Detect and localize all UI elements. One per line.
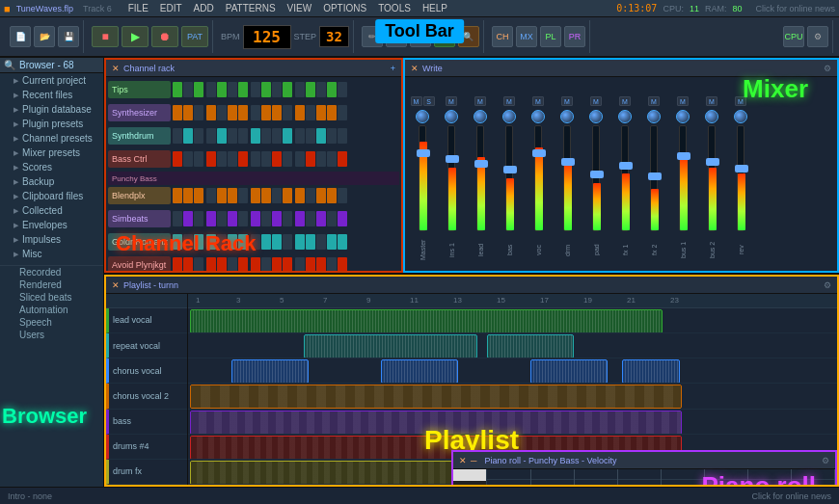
b7-8[interactable]	[261, 257, 271, 271]
channel-name-3[interactable]: Bass Ctrl	[108, 150, 171, 168]
record-button[interactable]: ⏺	[151, 26, 178, 47]
b2-3[interactable]	[206, 128, 216, 144]
channel-name-7[interactable]: Avoid Plynjkgt	[108, 256, 171, 271]
b5-10[interactable]	[283, 211, 292, 226]
b4-4[interactable]	[217, 188, 227, 203]
b1-2[interactable]	[194, 105, 203, 120]
menu-add[interactable]: ADD	[191, 3, 217, 13]
menu-file[interactable]: FILE	[125, 3, 151, 13]
b4-9[interactable]	[272, 188, 282, 203]
b7-3[interactable]	[206, 257, 216, 271]
channel-name-0[interactable]: Tips	[108, 81, 171, 98]
b1-15[interactable]	[338, 105, 347, 120]
channel-name-4[interactable]: Blendplx	[108, 187, 171, 204]
browser-item-impulses[interactable]: Impulses	[0, 232, 103, 247]
piano-roll-settings[interactable]: ⚙	[822, 456, 829, 465]
beat-0-7[interactable]	[251, 82, 260, 97]
beat-0-5[interactable]	[228, 82, 237, 97]
mixer-ch6-mute[interactable]: M	[590, 96, 602, 106]
browser-sub-automation[interactable]: Automation	[0, 304, 103, 316]
browser-sub-rendered[interactable]: Rendered	[0, 279, 103, 291]
browser-item-misc[interactable]: Misc	[0, 247, 103, 261]
beat-0-0[interactable]	[173, 82, 182, 97]
beat-0-8[interactable]	[261, 82, 271, 97]
track-name-2[interactable]: chorus vocal	[106, 358, 187, 384]
clip-lead-vocal-main[interactable]	[190, 309, 663, 333]
b2-11[interactable]	[295, 128, 305, 144]
b2-2[interactable]	[194, 128, 203, 144]
mixer-master-solo[interactable]: S	[423, 96, 435, 106]
b3-14[interactable]	[327, 151, 337, 167]
track-row-1[interactable]	[188, 333, 837, 358]
mixer-ch9-mute[interactable]: M	[677, 96, 689, 106]
mixer-ch4-fader[interactable]	[532, 149, 546, 157]
b5-2[interactable]	[194, 211, 203, 226]
clip-repeat-2[interactable]	[487, 334, 574, 358]
b1-12[interactable]	[306, 105, 315, 120]
browser-item-recent[interactable]: Recent files	[0, 88, 103, 102]
menu-options[interactable]: OPTIONS	[320, 3, 369, 13]
mixer-ch6-fader[interactable]	[590, 171, 604, 178]
mixer-master-pan[interactable]	[416, 110, 429, 123]
b4-2[interactable]	[194, 188, 203, 203]
beat-0-14[interactable]	[327, 82, 337, 97]
menu-edit[interactable]: EDIT	[157, 3, 185, 13]
mixer-ch8-fader[interactable]	[648, 172, 662, 180]
mixer-ch8-pan[interactable]	[647, 110, 661, 123]
mixer-ch10-fader[interactable]	[706, 158, 719, 166]
channel-rack-toggle[interactable]: CH	[492, 26, 513, 47]
b5-15[interactable]	[338, 211, 347, 226]
mixer-ch9-pan[interactable]	[676, 110, 690, 123]
b2-1[interactable]	[183, 128, 193, 144]
clip-chorus-4[interactable]	[622, 359, 680, 384]
mixer-ch1-pan[interactable]	[445, 110, 458, 123]
b3-3[interactable]	[206, 151, 216, 167]
b3-1[interactable]	[183, 151, 193, 167]
b7-15[interactable]	[338, 257, 347, 271]
b6-11[interactable]	[295, 234, 305, 250]
mixer-ch1-mute[interactable]: M	[446, 96, 457, 106]
b2-6[interactable]	[238, 128, 248, 144]
mixer-ch5-pan[interactable]	[560, 110, 574, 123]
b4-6[interactable]	[238, 188, 248, 203]
beat-0-9[interactable]	[272, 82, 282, 97]
b1-4[interactable]	[217, 105, 227, 120]
mixer-toggle[interactable]: MX	[516, 26, 537, 47]
settings-button[interactable]: ⚙	[807, 26, 828, 47]
b4-12[interactable]	[306, 188, 315, 203]
stop-button[interactable]: ■	[92, 26, 119, 47]
b3-0[interactable]	[173, 151, 182, 167]
b3-7[interactable]	[251, 151, 260, 167]
playlist-toggle[interactable]: PL	[540, 26, 561, 47]
piano-roll-close[interactable]: ✕	[459, 456, 467, 465]
b5-11[interactable]	[295, 211, 305, 226]
b1-6[interactable]	[238, 105, 248, 120]
b7-5[interactable]	[228, 257, 237, 271]
b7-14[interactable]	[327, 257, 337, 271]
mixer-ch11-pan[interactable]	[734, 110, 747, 123]
b6-15[interactable]	[338, 234, 347, 250]
track-row-2[interactable]	[188, 358, 837, 384]
browser-item-plugin-db[interactable]: Plugin database	[0, 102, 103, 117]
b7-13[interactable]	[316, 257, 326, 271]
beat-0-4[interactable]	[217, 82, 227, 97]
b5-5[interactable]	[228, 211, 237, 226]
mixer-ch7-fader[interactable]	[619, 162, 633, 170]
b7-12[interactable]	[306, 257, 315, 271]
browser-item-backup[interactable]: Backup	[0, 174, 103, 189]
track-name-0[interactable]: lead vocal	[106, 308, 187, 333]
mixer-ch4-pan[interactable]	[531, 110, 545, 123]
piano-roll-minimize[interactable]: ─	[471, 456, 476, 465]
b4-5[interactable]	[228, 188, 237, 203]
track-row-0[interactable]	[188, 308, 837, 333]
b6-12[interactable]	[306, 234, 315, 250]
b1-3[interactable]	[206, 105, 216, 120]
beat-0-11[interactable]	[295, 82, 305, 97]
b6-14[interactable]	[327, 234, 337, 250]
b2-10[interactable]	[283, 128, 292, 144]
b3-12[interactable]	[306, 151, 315, 167]
piano-roll-toggle[interactable]: PR	[564, 26, 585, 47]
b7-2[interactable]	[194, 257, 203, 271]
b7-11[interactable]	[295, 257, 305, 271]
track-name-6[interactable]: drum fx	[106, 460, 187, 485]
